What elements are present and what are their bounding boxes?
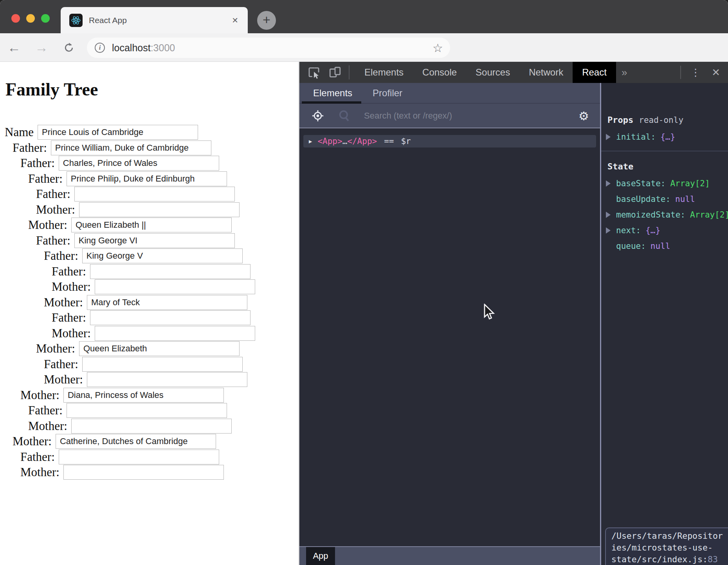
field-input-mother[interactable]: [79, 341, 240, 356]
expand-triangle-icon[interactable]: [606, 180, 611, 187]
family-tree-form: NameFather:Father:Father:Father:Mother:M…: [0, 125, 299, 480]
search-row: ⚙: [299, 104, 600, 128]
family-field-row: Mother:: [0, 341, 299, 356]
kv-key: memoizedState:: [616, 209, 685, 220]
tab-close-icon[interactable]: ✕: [232, 16, 238, 25]
field-label: Mother:: [13, 434, 52, 448]
devtools-tab-console[interactable]: Console: [413, 62, 466, 83]
devtools-tab-sources[interactable]: Sources: [466, 62, 519, 83]
field-input-father[interactable]: [74, 187, 235, 202]
field-input-mother[interactable]: [71, 218, 232, 232]
settings-gear-icon[interactable]: ⚙: [578, 109, 589, 123]
kv-key: queue:: [616, 241, 646, 252]
kv-row-next[interactable]: next:{…}: [606, 225, 728, 236]
console-ref: $r: [401, 137, 411, 146]
device-toolbar-icon[interactable]: [328, 66, 342, 79]
field-input-father[interactable]: [90, 264, 250, 279]
url-bar[interactable]: i localhost:3000 ☆: [87, 38, 450, 58]
react-panel-tabs: ElementsProfiler: [299, 83, 600, 104]
source-line-number: 83: [708, 554, 718, 564]
bookmark-star-icon[interactable]: ☆: [432, 41, 443, 55]
field-label: Father:: [52, 311, 86, 325]
devtools-tab-react[interactable]: React: [573, 62, 616, 83]
family-field-row: Mother:: [0, 279, 299, 294]
family-field-row: Mother:: [0, 218, 299, 232]
family-field-row: Father:: [0, 187, 299, 202]
kv-row-memoizedState[interactable]: memoizedState:Array[2]: [606, 209, 728, 220]
field-input-father[interactable]: [59, 450, 219, 464]
devtools-menu-icon[interactable]: ⋮: [690, 67, 701, 79]
field-input-father[interactable]: [90, 310, 250, 325]
react-panel-tab-elements[interactable]: Elements: [313, 88, 352, 99]
field-input-father[interactable]: [51, 140, 211, 155]
expand-triangle-icon[interactable]: [606, 134, 611, 140]
url-host: localhost: [112, 42, 151, 53]
kv-row-baseUpdate: baseUpdate:null: [606, 194, 728, 205]
tab-title: React App: [89, 16, 232, 25]
devtools-tabs: ElementsConsoleSourcesNetworkReact: [350, 62, 616, 83]
minimize-window-button[interactable]: [26, 14, 35, 23]
field-input-mother[interactable]: [95, 326, 255, 341]
family-field-row: Mother:: [0, 465, 299, 480]
field-label: Father:: [36, 187, 70, 201]
field-input-mother[interactable]: [63, 465, 224, 480]
more-tabs-icon[interactable]: »: [622, 67, 627, 79]
close-window-button[interactable]: [11, 14, 20, 23]
page-title: Family Tree: [5, 79, 299, 100]
new-tab-button[interactable]: +: [257, 11, 276, 30]
breadcrumb-bar: App: [299, 546, 600, 565]
inspect-element-icon[interactable]: [307, 66, 321, 79]
field-input-father[interactable]: [67, 171, 227, 186]
source-path-box: /Users/taras/Repositories/microstates-us…: [605, 527, 728, 565]
breadcrumb-app-tag[interactable]: App: [306, 547, 335, 565]
field-input-mother[interactable]: [95, 279, 255, 294]
react-favicon-icon: [69, 14, 83, 27]
field-label: Father:: [52, 265, 86, 279]
family-field-row: Father:: [0, 233, 299, 248]
kv-value: Array[2]: [690, 209, 728, 220]
field-input-father[interactable]: [67, 403, 227, 418]
select-element-target-icon[interactable]: [311, 109, 324, 122]
browser-window: React App ✕ + ← → i localhost:3000 ☆ ⚙ U…: [0, 0, 728, 565]
expander-triangle-icon[interactable]: ▶: [309, 138, 312, 144]
field-input-father[interactable]: [82, 248, 243, 263]
field-input-name[interactable]: [38, 125, 198, 140]
family-field-row: Mother:: [0, 434, 299, 449]
kv-value: null: [675, 194, 695, 205]
field-input-mother[interactable]: [87, 372, 247, 387]
app-component-row[interactable]: ▶ <App> … </App> == $r: [303, 135, 596, 148]
url-text[interactable]: localhost:3000: [112, 42, 432, 54]
expand-triangle-icon[interactable]: [606, 212, 611, 218]
props-header: Propsread-only: [607, 115, 728, 125]
back-button[interactable]: ←: [6, 33, 22, 62]
field-input-mother[interactable]: [56, 434, 216, 449]
field-label: Mother:: [44, 372, 83, 387]
browser-tab[interactable]: React App ✕: [61, 7, 248, 33]
field-input-father[interactable]: [74, 233, 235, 248]
field-input-mother[interactable]: [87, 295, 247, 310]
fullscreen-window-button[interactable]: [41, 14, 50, 23]
field-input-mother[interactable]: [71, 419, 232, 434]
family-field-row: Mother:: [0, 372, 299, 387]
field-label: Mother:: [52, 280, 91, 294]
search-input[interactable]: [364, 107, 575, 125]
field-input-father[interactable]: [82, 357, 243, 372]
family-field-row: Mother:: [0, 326, 299, 341]
field-label: Mother:: [28, 218, 67, 232]
family-field-row: Father:: [0, 450, 299, 464]
react-panel-tab-profiler[interactable]: Profiler: [373, 88, 402, 99]
forward-button[interactable]: →: [34, 33, 49, 62]
kv-row-baseState[interactable]: baseState:Array[2]: [606, 178, 728, 189]
field-input-mother[interactable]: [63, 388, 224, 403]
devtools-tab-network[interactable]: Network: [519, 62, 573, 83]
devtools-tab-elements[interactable]: Elements: [355, 62, 413, 83]
reload-button[interactable]: [61, 33, 77, 62]
browser-toolbar: ← → i localhost:3000 ☆ ⚙ U WJ ⋮: [0, 33, 728, 62]
field-input-mother[interactable]: [79, 202, 240, 217]
devtools-close-icon[interactable]: ✕: [712, 67, 720, 79]
kv-row-initial[interactable]: initial:{…}: [606, 131, 728, 142]
ellipsis: …: [342, 137, 348, 146]
site-info-icon[interactable]: i: [95, 43, 105, 53]
expand-triangle-icon[interactable]: [606, 227, 611, 234]
field-input-father[interactable]: [59, 156, 219, 171]
